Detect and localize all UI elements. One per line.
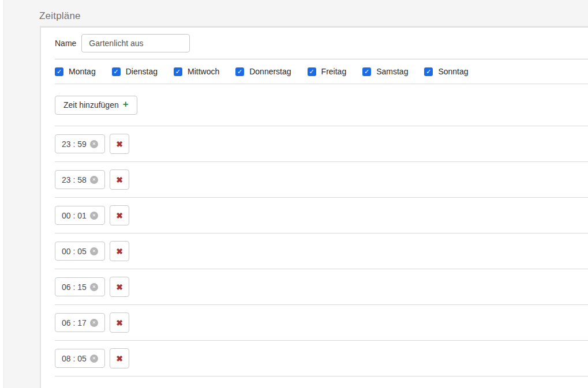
time-value: 00 : 01 [62,211,87,220]
time-row: 06 : 15✕✖ [55,269,588,305]
left-edge-divider [0,0,4,388]
day-label-montag: Montag [69,67,96,76]
day-label-samstag: Samstag [376,67,408,76]
clear-time-icon[interactable]: ✕ [90,212,98,220]
schedule-name-input[interactable] [81,34,190,52]
checkbox-checked-icon[interactable]: ✓ [308,67,316,76]
checkbox-checked-icon[interactable]: ✓ [55,67,63,76]
clear-time-icon[interactable]: ✕ [90,319,98,327]
name-row: Name [55,28,588,59]
delete-time-button[interactable]: ✖ [110,169,129,190]
clear-time-icon[interactable]: ✕ [90,247,98,255]
add-time-button[interactable]: Zeit hinzufügen + [55,96,137,115]
time-value: 08 : 05 [62,354,87,363]
day-label-freitag: Freitag [321,67,347,76]
time-value: 23 : 59 [62,140,87,149]
delete-x-icon: ✖ [116,140,123,149]
delete-time-button[interactable]: ✖ [110,277,129,297]
clear-time-icon[interactable]: ✕ [90,283,98,291]
delete-time-button[interactable]: ✖ [110,241,129,261]
day-label-sonntag: Sonntag [438,67,468,76]
time-value: 06 : 17 [62,318,87,327]
time-list: 23 : 59✕✖23 : 58✕✖00 : 01✕✖00 : 05✕✖06 :… [55,126,588,376]
checkbox-checked-icon[interactable]: ✓ [362,67,371,76]
delete-x-icon: ✖ [116,175,123,184]
time-input[interactable]: 23 : 59✕ [55,134,105,153]
weekday-checkbox-row: ✓Montag✓Dienstag✓Mittwoch✓Donnerstag✓Fre… [55,59,588,84]
day-checkbox-donnerstag[interactable]: ✓Donnerstag [235,67,291,76]
add-time-row: Zeit hinzufügen + [55,84,588,126]
time-row: 08 : 05✕✖ [55,341,588,376]
day-label-donnerstag: Donnerstag [249,67,291,76]
clear-time-icon[interactable]: ✕ [90,140,98,148]
delete-x-icon: ✖ [116,354,123,363]
delete-x-icon: ✖ [116,282,123,292]
time-input[interactable]: 08 : 05✕ [55,349,105,368]
time-value: 23 : 58 [62,175,87,184]
clear-time-icon[interactable]: ✕ [90,355,98,363]
delete-x-icon: ✖ [116,247,123,256]
time-input[interactable]: 00 : 01✕ [55,206,105,225]
day-checkbox-samstag[interactable]: ✓Samstag [362,67,408,76]
delete-time-button[interactable]: ✖ [110,312,129,333]
time-row: 23 : 58✕✖ [55,162,588,198]
delete-time-button[interactable]: ✖ [110,134,129,154]
schedule-panel: Name ✓Montag✓Dienstag✓Mittwoch✓Donnersta… [40,26,588,388]
day-checkbox-mittwoch[interactable]: ✓Mittwoch [174,67,219,76]
time-row: 23 : 59✕✖ [55,126,588,162]
time-row: 00 : 01✕✖ [55,198,588,233]
add-time-button-label: Zeit hinzufügen [63,100,119,110]
clear-time-icon[interactable]: ✕ [90,176,98,184]
delete-time-button[interactable]: ✖ [110,205,129,225]
day-label-mittwoch: Mittwoch [188,67,219,76]
time-value: 06 : 15 [62,282,87,292]
delete-x-icon: ✖ [116,318,123,327]
day-checkbox-montag[interactable]: ✓Montag [55,67,96,76]
checkbox-checked-icon[interactable]: ✓ [424,67,433,76]
time-row: 00 : 05✕✖ [55,233,588,269]
day-label-dienstag: Dienstag [126,67,158,76]
checkbox-checked-icon[interactable]: ✓ [174,67,182,76]
time-input[interactable]: 00 : 05✕ [55,242,105,261]
day-checkbox-dienstag[interactable]: ✓Dienstag [112,67,158,76]
delete-time-button[interactable]: ✖ [110,348,129,368]
time-input[interactable]: 06 : 17✕ [55,313,105,332]
time-value: 00 : 05 [62,247,87,256]
page-title: Zeitpläne [39,10,81,22]
time-row: 06 : 17✕✖ [55,305,588,341]
delete-x-icon: ✖ [116,211,123,220]
time-input[interactable]: 06 : 15✕ [55,277,105,296]
plus-icon: + [123,99,129,110]
day-checkbox-freitag[interactable]: ✓Freitag [308,67,347,76]
time-input[interactable]: 23 : 58✕ [55,170,105,189]
checkbox-checked-icon[interactable]: ✓ [235,67,244,76]
checkbox-checked-icon[interactable]: ✓ [112,67,121,76]
day-checkbox-sonntag[interactable]: ✓Sonntag [424,67,468,76]
name-label: Name [55,39,76,48]
